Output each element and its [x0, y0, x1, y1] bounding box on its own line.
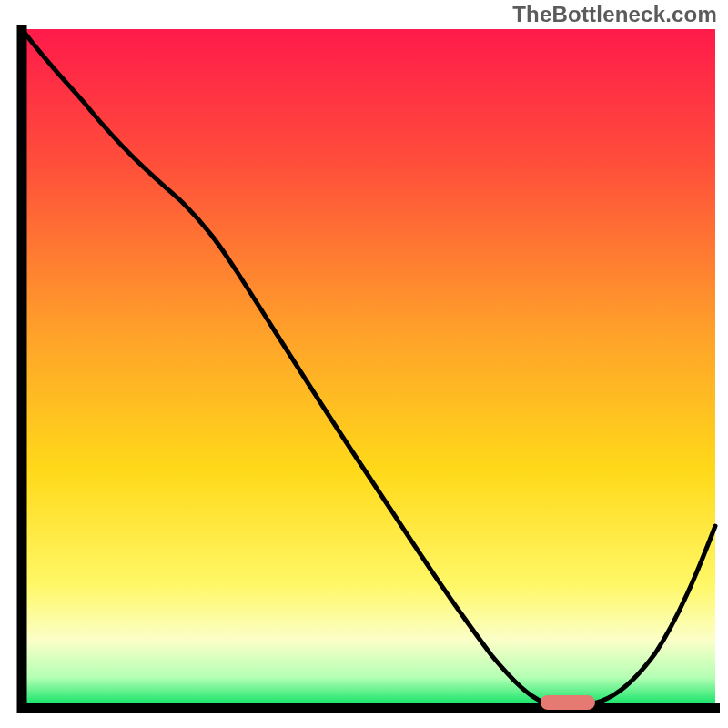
optimal-marker [541, 695, 595, 710]
heat-background [22, 29, 715, 708]
chart-svg [0, 0, 728, 728]
watermark-text: TheBottleneck.com [512, 2, 717, 27]
chart-stage: TheBottleneck.com [0, 0, 728, 728]
